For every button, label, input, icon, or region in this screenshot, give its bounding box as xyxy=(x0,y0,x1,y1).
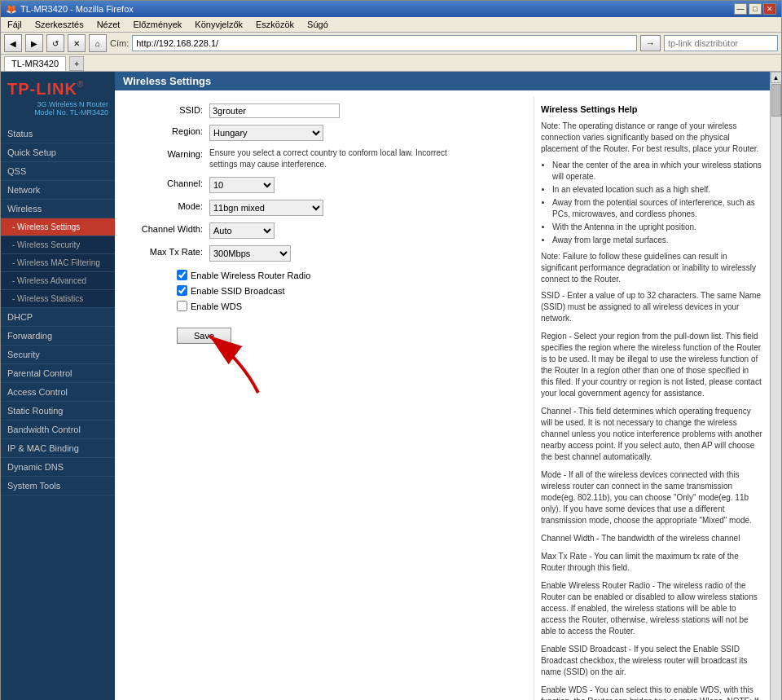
mode-select[interactable]: 11bgn mixed xyxy=(209,200,323,216)
sidebar-item-wireless-mac[interactable]: - Wireless MAC Filtering xyxy=(1,254,115,272)
help-section-enable-radio-text: Enable Wireless Router Radio - The wirel… xyxy=(541,580,763,637)
help-section-max-tx: Max Tx Rate - You can limit the maximum … xyxy=(541,551,763,574)
sidebar-item-system-tools[interactable]: System Tools xyxy=(1,477,115,495)
sidebar-item-wireless[interactable]: Wireless xyxy=(1,200,115,218)
warning-label: Warning: xyxy=(128,147,209,159)
help-section-max-tx-text: Max Tx Rate - You can limit the maximum … xyxy=(541,551,763,574)
menu-view[interactable]: Nézet xyxy=(94,19,124,30)
sidebar-item-wireless-security[interactable]: - Wireless Security xyxy=(1,236,115,254)
ssid-row: SSID: xyxy=(128,103,521,118)
forward-button[interactable]: ▶ xyxy=(25,34,43,52)
warning-text: Ensure you select a correct country to c… xyxy=(209,147,470,170)
sidebar-item-network[interactable]: Network xyxy=(1,181,115,200)
ssid-input[interactable] xyxy=(209,103,340,118)
sidebar-item-wireless-settings[interactable]: - Wireless Settings xyxy=(1,218,115,236)
menu-help[interactable]: Súgó xyxy=(304,19,332,30)
go-button[interactable]: → xyxy=(640,35,661,51)
address-bar-row: Cím: → xyxy=(110,35,661,51)
settings-form: SSID: Region: Hungary xyxy=(115,97,534,700)
logo-area: TP-LINK ® 3G Wireless N Router Model No.… xyxy=(1,72,115,125)
sidebar-item-routing[interactable]: Static Routing xyxy=(1,402,115,420)
sidebar-item-dhcp[interactable]: DHCP xyxy=(1,308,115,327)
close-button[interactable]: ✕ xyxy=(763,3,776,15)
sidebar-item-bandwidth[interactable]: Bandwidth Control xyxy=(1,420,115,439)
main-content: Wireless Settings SSID: Region xyxy=(115,72,770,700)
save-button[interactable]: Save xyxy=(177,328,231,344)
stop-button[interactable]: ✕ xyxy=(68,34,86,52)
checkbox-row-radio: Enable Wireless Router Radio xyxy=(128,270,521,280)
maximize-button[interactable]: □ xyxy=(749,3,762,15)
warning-control: Ensure you select a correct country to c… xyxy=(209,147,521,170)
help-section-enable-ssid: Enable SSID Broadcast - If you select th… xyxy=(541,644,763,678)
home-button[interactable]: ⌂ xyxy=(89,34,107,52)
mode-control: 11bgn mixed xyxy=(209,200,521,216)
channel-row: Channel: 10 xyxy=(128,177,521,193)
logo-text: TP-LINK xyxy=(7,80,77,99)
enable-ssid-checkbox[interactable] xyxy=(177,285,187,296)
help-section-mode-text: Mode - If all of the wireless devices co… xyxy=(541,469,763,526)
region-row: Region: Hungary xyxy=(128,125,521,141)
enable-radio-checkbox[interactable] xyxy=(177,270,187,280)
router-type: 3G Wireless N Router xyxy=(7,100,108,108)
help-section-mode: Mode - If all of the wireless devices co… xyxy=(541,469,763,526)
scroll-up-button[interactable]: ▲ xyxy=(771,72,782,83)
menu-file[interactable]: Fájl xyxy=(4,19,25,30)
menu-edit[interactable]: Szerkesztés xyxy=(32,19,87,30)
enable-wds-checkbox[interactable] xyxy=(177,301,187,311)
max-tx-select[interactable]: 300Mbps xyxy=(209,245,291,262)
back-button[interactable]: ◀ xyxy=(4,34,22,52)
search-input[interactable] xyxy=(664,35,778,51)
sidebar-item-parental[interactable]: Parental Control xyxy=(1,364,115,383)
help-section-enable-radio: Enable Wireless Router Radio - The wirel… xyxy=(541,580,763,637)
router-model: Model No. TL-MR3420 xyxy=(7,108,108,117)
sidebar-item-status[interactable]: Status xyxy=(1,125,115,143)
warning-row: Warning: Ensure you select a correct cou… xyxy=(128,147,521,170)
checkbox-row-ssid: Enable SSID Broadcast xyxy=(128,285,521,296)
title-bar-buttons: — □ ✕ xyxy=(734,3,776,15)
content-header: Wireless Settings xyxy=(115,72,770,90)
refresh-button[interactable]: ↺ xyxy=(46,34,64,52)
region-label: Region: xyxy=(128,125,209,136)
scroll-track[interactable] xyxy=(771,83,781,700)
max-tx-label: Max Tx Rate: xyxy=(128,245,209,257)
tab-main[interactable]: TL-MR3420 xyxy=(4,56,66,71)
region-control: Hungary xyxy=(209,125,521,141)
scroll-thumb[interactable] xyxy=(771,84,781,117)
sidebar-item-forwarding[interactable]: Forwarding xyxy=(1,327,115,346)
sidebar-item-wireless-stats[interactable]: - Wireless Statistics xyxy=(1,290,115,308)
max-tx-row: Max Tx Rate: 300Mbps xyxy=(128,245,521,262)
max-tx-control: 300Mbps xyxy=(209,245,521,262)
new-tab-button[interactable]: + xyxy=(69,56,84,71)
help-bullet-4: Away from large metal surfaces. xyxy=(552,235,763,246)
address-input[interactable] xyxy=(132,35,637,51)
region-select[interactable]: Hungary xyxy=(209,125,323,141)
menu-tools[interactable]: Eszközök xyxy=(253,19,297,30)
title-bar: 🦊 TL-MR3420 - Mozilla Firefox — □ ✕ xyxy=(1,1,781,17)
menu-history[interactable]: Előzmények xyxy=(130,19,185,30)
address-label: Cím: xyxy=(110,38,129,48)
minimize-button[interactable]: — xyxy=(734,3,747,15)
sidebar-item-access[interactable]: Access Control xyxy=(1,383,115,402)
ssid-control xyxy=(209,103,521,118)
help-title: Wireless Settings Help xyxy=(541,103,763,116)
channel-width-select[interactable]: Auto xyxy=(209,222,275,239)
sidebar-item-wireless-advanced[interactable]: - Wireless Advanced xyxy=(1,272,115,290)
mode-label: Mode: xyxy=(128,200,209,211)
channel-select[interactable]: 10 xyxy=(209,177,275,193)
router-page: TP-LINK ® 3G Wireless N Router Model No.… xyxy=(1,72,781,700)
help-section-channel: Channel - This field determines which op… xyxy=(541,406,763,463)
sidebar-item-security[interactable]: Security xyxy=(1,346,115,364)
vertical-scrollbar[interactable]: ▲ ▼ xyxy=(770,72,781,700)
logo-registered: ® xyxy=(77,80,83,89)
channel-label: Channel: xyxy=(128,177,209,188)
channel-width-label: Channel Width: xyxy=(128,222,209,234)
sidebar-item-dynamic-dns[interactable]: Dynamic DNS xyxy=(1,458,115,477)
sidebar-item-ip-mac[interactable]: IP & MAC Binding xyxy=(1,439,115,458)
sidebar-item-qss[interactable]: QSS xyxy=(1,162,115,181)
sidebar-item-quick-setup[interactable]: Quick Setup xyxy=(1,143,115,162)
help-bullet-0: Near the center of the area in which you… xyxy=(552,160,763,183)
enable-ssid-label: Enable SSID Broadcast xyxy=(191,286,285,296)
help-bullet-3: With the Antenna in the upright position… xyxy=(552,222,763,233)
menu-bookmarks[interactable]: Könyvjelzők xyxy=(191,19,246,30)
help-area: Wireless Settings Help Note: The operati… xyxy=(534,97,770,700)
